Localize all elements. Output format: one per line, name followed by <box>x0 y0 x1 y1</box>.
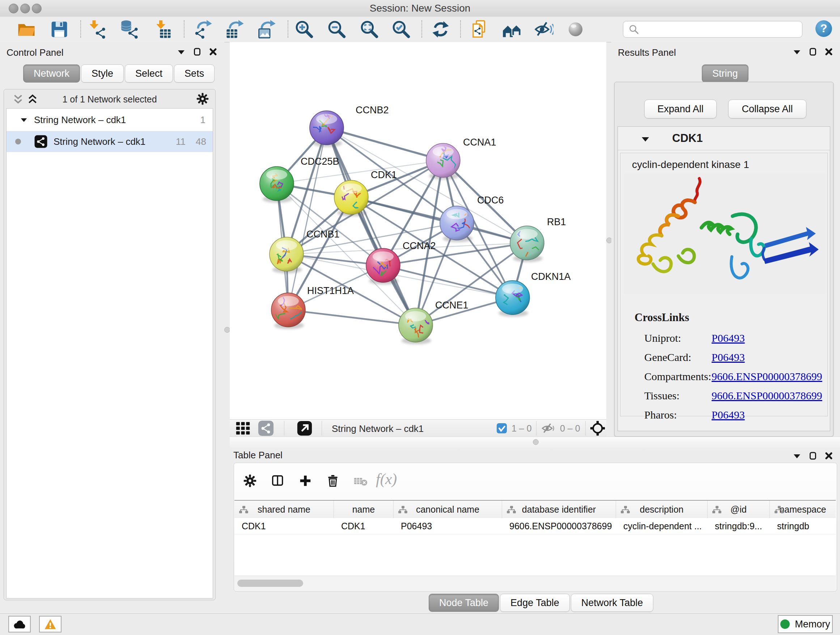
right-splitter[interactable] <box>606 42 611 437</box>
table-row[interactable]: CDK1 CDK1 P06493 9606.ENSP00000378699 cy… <box>234 518 836 534</box>
search-box[interactable] <box>623 21 802 38</box>
collapse-all-button[interactable]: Collapse All <box>728 100 806 119</box>
network-edge[interactable] <box>327 128 443 160</box>
left-splitter[interactable] <box>224 42 230 613</box>
toolbar-separator <box>184 20 185 38</box>
column-header-namespace[interactable]: namespace <box>770 501 836 518</box>
tab-sets[interactable]: Sets <box>174 65 215 82</box>
table-panel-collapse-icon[interactable] <box>793 452 801 460</box>
birdseye-view-icon[interactable] <box>590 420 606 436</box>
crosslinks-title: CrossLinks <box>635 311 689 324</box>
table-panel-float-icon[interactable] <box>809 452 817 460</box>
zoom-selected-icon[interactable] <box>392 19 411 39</box>
control-panel-float-icon[interactable] <box>193 48 201 56</box>
refresh-icon[interactable] <box>431 19 450 39</box>
column-label: database identifier <box>502 504 616 515</box>
crosslink-label: Uniprot: <box>644 328 712 348</box>
network-node-RB1[interactable]: RB1 <box>510 217 566 270</box>
help-icon[interactable]: ? <box>815 19 833 38</box>
detach-view-icon[interactable] <box>297 421 312 436</box>
zoom-out-icon[interactable] <box>327 19 347 39</box>
results-panel-float-icon[interactable] <box>809 48 817 56</box>
delete-column-icon[interactable] <box>326 473 339 488</box>
tab-style[interactable]: Style <box>81 65 124 82</box>
search-input[interactable] <box>643 24 802 35</box>
crosslink-link[interactable]: P06493 <box>712 405 745 424</box>
crosslink-link[interactable]: P06493 <box>712 348 745 367</box>
selected-checkbox-icon[interactable] <box>496 423 507 434</box>
horizontal-scrollbar[interactable] <box>234 576 836 591</box>
network-collection-row[interactable]: String Network – cdk1 1 <box>6 109 213 131</box>
control-panel-close-icon[interactable] <box>209 48 217 56</box>
column-header-canonical-name[interactable]: canonical name <box>393 501 502 518</box>
grid-view-icon[interactable] <box>235 421 251 435</box>
network-node-CDC25B[interactable]: CDC25B <box>260 156 339 203</box>
import-table-icon[interactable] <box>153 19 172 39</box>
network-node-CCNA1[interactable]: CCNA1 <box>426 137 496 180</box>
column-header-id[interactable]: @id <box>707 501 770 518</box>
two-houses-icon[interactable] <box>502 19 522 39</box>
horizontal-splitter[interactable] <box>230 437 840 450</box>
column-header-shared-name[interactable]: shared name <box>234 501 334 518</box>
control-panel-collapse-icon[interactable] <box>177 48 185 56</box>
table-panel-close-icon[interactable] <box>825 452 833 460</box>
results-panel-collapse-icon[interactable] <box>793 48 801 56</box>
memory-button[interactable]: Memory <box>778 615 833 633</box>
node-label-CDC25B: CDC25B <box>301 156 339 167</box>
open-session-icon[interactable] <box>17 19 36 39</box>
collection-expand-icon[interactable] <box>20 117 27 123</box>
column-header-name[interactable]: name <box>334 501 393 518</box>
network-node-CCNE1[interactable]: CCNE1 <box>399 300 469 344</box>
network-options-gear-icon[interactable] <box>196 93 209 105</box>
tab-network[interactable]: Network <box>23 65 80 82</box>
network-canvas[interactable]: CCNB2 CCNA1 CDC25B CDK1 CDC6 <box>230 42 606 419</box>
column-header-description[interactable]: description <box>616 501 707 518</box>
network-share-icon[interactable] <box>258 420 274 436</box>
results-panel-close-icon[interactable] <box>825 48 833 56</box>
export-table-icon[interactable] <box>225 19 245 39</box>
network-edge[interactable] <box>383 265 513 298</box>
column-header-database-identifier[interactable]: database identifier <box>502 501 616 518</box>
table-options-gear-icon[interactable] <box>243 474 256 487</box>
sphere-icon[interactable] <box>566 19 585 39</box>
export-image-icon[interactable] <box>257 19 276 39</box>
column-type-icon <box>621 505 630 514</box>
save-session-icon[interactable] <box>50 19 69 39</box>
tab-string[interactable]: String <box>702 65 748 82</box>
left-splitter-handle[interactable] <box>224 327 230 333</box>
export-network-icon[interactable] <box>193 19 213 39</box>
expand-all-button[interactable]: Expand All <box>644 100 717 119</box>
zoom-fit-icon[interactable] <box>360 19 379 39</box>
network-node-HIST1H1A[interactable]: HIST1H1A <box>271 285 354 329</box>
network-graph[interactable]: CCNB2 CCNA1 CDC25B CDK1 CDC6 <box>230 42 606 419</box>
horizontal-splitter-handle[interactable] <box>533 439 538 445</box>
tab-select[interactable]: Select <box>125 65 173 82</box>
horizontal-scrollbar-thumb[interactable] <box>237 580 303 587</box>
protein-section-header[interactable]: CDK1 <box>618 127 830 150</box>
warning-icon <box>44 618 57 630</box>
network-edge[interactable] <box>288 310 416 325</box>
warnings-button[interactable] <box>39 616 62 632</box>
crosslink-link[interactable]: 9606.ENSP00000378699 <box>712 386 822 405</box>
network-edge[interactable] <box>288 128 327 310</box>
tab-node-table[interactable]: Node Table <box>429 594 499 612</box>
crosslink-link[interactable]: 9606.ENSP00000378699 <box>712 367 822 386</box>
hidden-eye-icon[interactable] <box>541 421 556 435</box>
tab-edge-table[interactable]: Edge Table <box>500 594 570 612</box>
toolbar-separator <box>460 20 461 38</box>
network-node-CDKN1A[interactable]: CDKN1A <box>496 271 571 317</box>
crosslink-link[interactable]: P06493 <box>712 328 745 348</box>
import-database-icon[interactable] <box>120 19 140 39</box>
duplicate-network-icon[interactable] <box>470 19 490 39</box>
import-network-icon[interactable] <box>88 19 107 39</box>
section-collapse-icon[interactable] <box>641 135 650 143</box>
add-column-icon[interactable] <box>299 474 312 488</box>
hide-graphics-icon[interactable] <box>534 19 554 39</box>
cloud-button[interactable] <box>8 616 31 632</box>
tab-network-table[interactable]: Network Table <box>571 594 654 612</box>
title-bar: Session: New Session <box>0 0 840 17</box>
zoom-in-icon[interactable] <box>294 19 314 39</box>
toolbar-separator <box>80 20 81 38</box>
network-row-selected[interactable]: String Network – cdk1 11 48 <box>6 131 213 152</box>
show-columns-icon[interactable] <box>271 474 285 487</box>
